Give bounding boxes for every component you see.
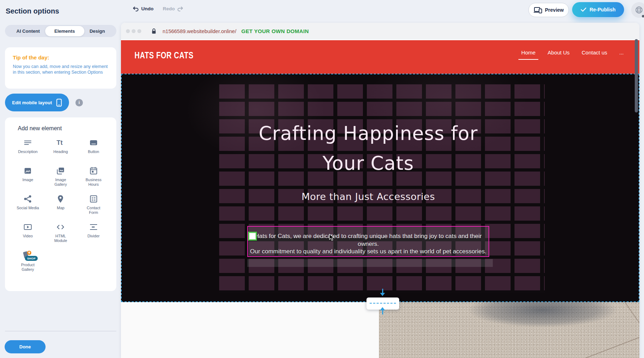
undo-button[interactable]: Undo [132,6,154,11]
element-label: Divider [88,234,100,238]
site-nav: Home About Us Contact us ... [521,49,624,60]
element-label: Image [22,178,33,182]
element-label: HTML Module [54,234,67,243]
add-element-panel: Add new element Description Tt Heading B… [5,117,116,291]
done-button[interactable]: Done [5,340,46,353]
tip-title: Tip of the day: [13,54,109,60]
element-label: Social Media [17,206,39,210]
page-title: Section options [6,7,59,15]
element-label: Video [23,234,33,238]
tab-ai-content[interactable]: AI Content [13,26,43,36]
nav-home[interactable]: Home [521,49,535,60]
page-scrollbar[interactable] [635,39,638,112]
element-description[interactable]: Description [11,138,44,161]
element-label: Contact Form [87,206,100,215]
element-divider[interactable]: Divider [77,222,110,245]
map-pin-icon [56,194,65,204]
element-label: Heading [53,149,68,154]
element-label: Business Hours [86,178,102,187]
element-map[interactable]: Map [44,194,77,217]
site-preview-window: n1566589.websitebuilder.online/ GET YOUR… [121,23,639,358]
arrow-down-icon [380,289,385,296]
hero-section-selected[interactable]: Crafting Happiness for Your Cats More th… [121,74,639,302]
section-options-editor: Section options Undo Redo Preview Re-Pub… [0,0,644,358]
undo-icon [132,6,139,11]
redo-icon [177,6,184,11]
hero-title[interactable]: Crafting Happiness for Your Cats [235,119,502,178]
divider-icon [89,222,98,232]
hero-paragraph-line2: Our commitment to quality and individual… [247,248,490,256]
traffic-dot [126,29,130,33]
svg-text:Tt: Tt [57,139,63,146]
element-button[interactable]: Button [77,138,110,161]
nav-about-us[interactable]: About Us [548,49,570,60]
element-business-hours[interactable]: Business Hours [77,166,110,189]
preview-button[interactable]: Preview [528,3,569,17]
tab-design[interactable]: Design [86,26,109,36]
republish-label: Re-Publish [590,7,616,12]
element-label: Description [18,149,38,154]
globe-icon [635,6,643,14]
hero-title-line1: Crafting Happiness for [235,119,502,148]
hero-title-line2: Your Cats [235,148,502,178]
handle-dashes [370,303,396,304]
text-block-ghost [247,259,493,267]
get-domain-link[interactable]: GET YOUR OWN DOMAIN [241,28,309,34]
address-url[interactable]: n1566589.websitebuilder.online/ [163,28,236,34]
element-heading[interactable]: Tt Heading [44,138,77,161]
sidebar-tabs: AI Content Elements Design [5,25,116,37]
site-logo[interactable]: HATS FOR CATS [134,50,194,61]
tab-elements[interactable]: Elements [45,26,84,36]
button-icon [89,138,98,147]
business-hours-icon [89,166,98,175]
element-image-gallery[interactable]: Image Gallery [44,166,77,189]
description-icon [23,138,32,147]
element-contact-form[interactable]: Contact Form [77,194,110,217]
background-image-highlights [121,74,639,302]
info-button[interactable]: i [75,99,83,106]
redo-button[interactable]: Redo [163,6,184,11]
shop-badge: SHOP [25,256,38,261]
next-section-white-area [121,302,379,358]
product-gallery-icon: SHOP [21,251,35,260]
tip-body: Now you can add, move and resize any ele… [13,64,109,75]
devices-icon [534,7,542,14]
globe-badge-dot [642,15,644,17]
element-grid: Description Tt Heading Button Image Imag… [11,138,110,273]
hero-paragraph-line1: Hats for Cats, we are dedicated to craft… [247,232,490,248]
social-media-icon [23,194,32,204]
element-label: Button [88,149,99,154]
floor-photo-background [379,302,639,358]
sidebar-divider [5,331,116,331]
check-icon [581,7,586,12]
element-label: Product Gallery [21,263,35,272]
image-gallery-icon [56,166,65,175]
hero-paragraph[interactable]: Hats for Cats, we are dedicated to craft… [247,232,490,256]
hero-subtitle[interactable]: More than Just Accessories [235,191,502,202]
republish-button[interactable]: Re-Publish [572,2,624,17]
arrow-up-icon [380,307,385,315]
element-image[interactable]: Image [11,166,44,189]
redo-label: Redo [163,6,175,11]
element-product-gallery[interactable]: SHOP Product Gallery [11,251,44,273]
video-icon [23,222,32,232]
traffic-dot [137,29,141,33]
mouse-cursor [329,234,334,241]
element-label: Image Gallery [54,178,67,187]
nav-contact-us[interactable]: Contact us [582,49,607,60]
site-header: HATS FOR CATS Home About Us Contact us .… [121,40,639,74]
add-element-title: Add new element [18,125,62,132]
image-icon [23,166,32,175]
nav-more-menu[interactable]: ... [619,49,624,60]
element-social-media[interactable]: Social Media [11,194,44,217]
browser-chrome: n1566589.websitebuilder.online/ GET YOUR… [121,23,639,40]
traffic-dot [132,29,136,33]
element-html-module[interactable]: HTML Module [44,222,77,245]
code-icon [56,222,65,232]
element-resize-handle[interactable] [248,232,257,241]
element-video[interactable]: Video [11,222,44,245]
phone-icon [56,99,62,107]
edit-mobile-layout-button[interactable]: Edit mobile layout [5,94,69,111]
floor-shadow [443,302,639,338]
undo-redo-group: Undo Redo [132,6,184,11]
